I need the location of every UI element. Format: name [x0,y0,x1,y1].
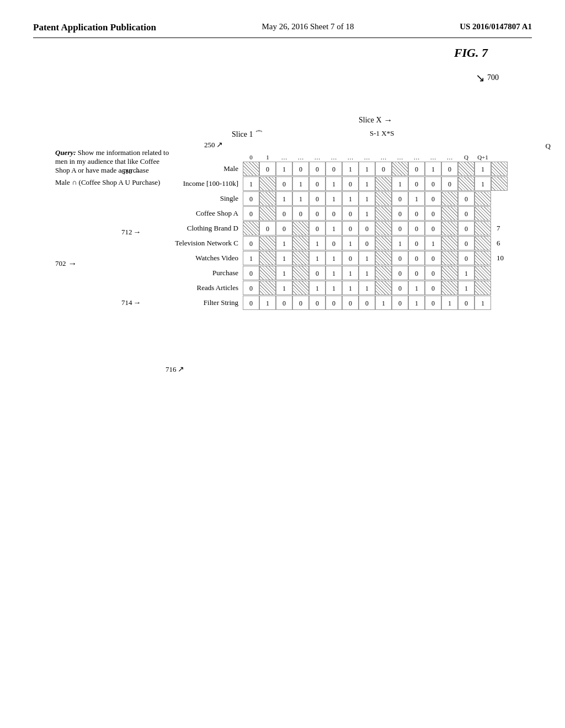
row-readsarticles-cells: 0 1 1 1 1 1 0 1 0 [243,281,491,295]
row-male-cells: 0 1 0 0 0 1 1 0 0 1 0 [243,162,508,176]
annot-10: 10 [497,254,504,263]
row-coffeeshopa-cells: 0 0 0 0 0 0 1 0 0 0 [243,206,491,221]
query-section: Query: Show me information related to me… [55,148,171,187]
ref-700: 700 [487,73,499,82]
header-right: US 2016/0147807 A1 [460,22,532,31]
ref-716-label: 716 ↗ [166,365,184,374]
query-subtext: Male ∩ (Coffee Shop A U Purchase) [55,178,171,187]
table-row: Watches Video 1 1 1 1 0 1 0 0 [171,251,565,265]
annot-7: 7 [497,224,500,233]
slice-1-label: Slice 1 ⏞ [232,129,262,141]
row-income-cells: 1 0 1 0 1 0 1 1 0 0 0 [243,176,508,191]
col-number-header: 0 1 … … … … … … … … … … … Q Q+1 [243,154,565,160]
table-row: Television Network C 0 1 1 0 1 0 1 [171,236,565,250]
header-left: Patent Application Publication [33,22,156,33]
annot-6: 6 [497,239,500,248]
figure-label: FIG. 7 [454,46,488,60]
ref-610-label: 610 → [121,167,141,176]
ref-714-label: 714 → [121,298,141,307]
query-bold: Query: [55,148,76,157]
main-table-container: 0 1 … … … … … … … … … … … Q Q+1 [171,154,565,311]
table-row: Single 0 1 1 0 1 1 1 0 1 [171,191,565,206]
q-label: Q [546,142,551,151]
slice-x-label: Slice X → [359,115,393,125]
row-purchase-cells: 0 1 0 1 1 1 0 0 0 [243,266,491,280]
row-filterstring-cells: 0 1 0 0 0 0 0 0 1 0 1 0 1 [243,296,491,310]
header-center: May 26, 2016 Sheet 7 of 18 [262,22,354,31]
table-rows: Male 0 1 0 0 0 1 1 0 0 [171,162,565,310]
table-row: Purchase 0 1 0 1 1 1 0 0 [171,266,565,280]
ref-702: 702 → [55,259,77,269]
row-watchesvideo-cells: 1 1 1 1 0 1 0 0 0 [243,251,491,265]
ref-250: 250 ↗ [204,140,223,149]
table-row: Coffee Shop A 0 0 0 0 0 0 1 0 0 [171,206,565,221]
s1-xs-label: S-1 X*S [370,129,394,138]
row-tvnetc-cells: 0 1 1 0 1 0 1 0 1 [243,236,491,250]
table-row: Filter String 0 1 0 0 0 0 0 0 1 0 [171,296,565,310]
ref-700-container: ↘ 700 [476,71,499,84]
query-line: Query: Show me information related to me… [55,148,171,175]
ref-712-label: 712 → [121,228,141,237]
row-single-cells: 0 1 1 0 1 1 1 0 1 0 [243,191,491,206]
table-row: Reads Articles 0 1 1 1 1 1 0 1 [171,281,565,295]
table-row: Income [100-110k] 1 0 1 0 1 0 1 1 [171,176,565,191]
page-header: Patent Application Publication May 26, 2… [33,22,532,38]
table-row: Male 0 1 0 0 0 1 1 0 0 [171,162,565,176]
row-clothingd-cells: 0 0 0 1 0 0 0 0 0 0 [243,221,491,235]
table-row: Clothing Brand D 0 0 0 1 0 0 0 [171,221,565,235]
